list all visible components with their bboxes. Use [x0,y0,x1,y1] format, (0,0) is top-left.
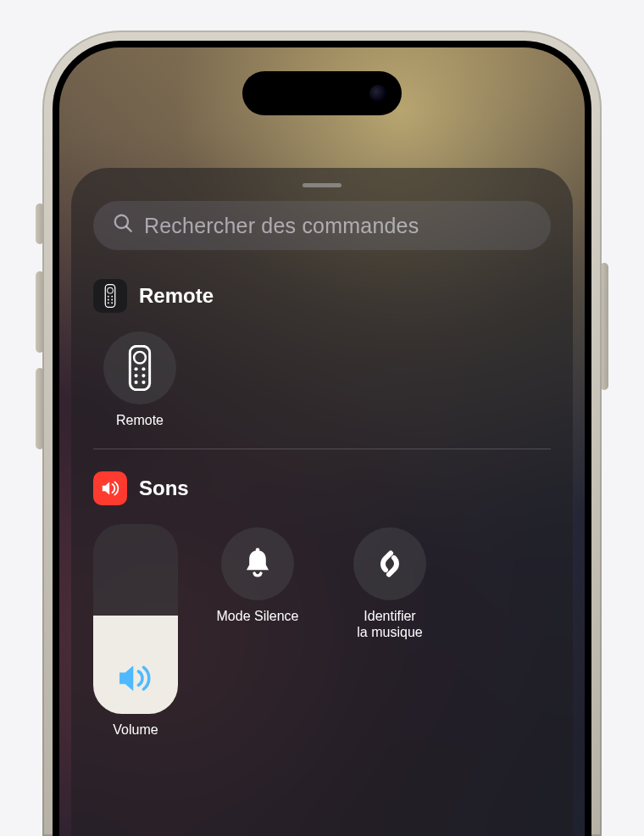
phone-screen: Rechercher des commandes [59,47,585,836]
section-header-sons: Sons [93,471,551,505]
svg-point-5 [111,296,113,298]
control-volume[interactable]: Volume [93,524,178,738]
svg-point-17 [142,381,145,384]
svg-point-9 [111,302,113,304]
dynamic-island [242,71,402,115]
svg-line-1 [126,226,130,231]
control-shazam-label: Identifier la musique [357,609,422,640]
control-remote[interactable]: Remote [93,332,186,428]
search-icon [112,212,134,239]
control-remote-label: Remote [116,413,164,428]
section-header-remote: Remote [93,279,551,313]
search-placeholder: Rechercher des commandes [144,214,532,238]
canvas: Rechercher des commandes [0,0,644,836]
svg-point-12 [134,367,137,371]
phone-bezel: Rechercher des commandes [42,31,602,836]
section-remote: Remote [93,279,551,449]
remote-section-icon [93,279,127,313]
svg-point-6 [108,299,109,301]
search-field[interactable]: Rechercher des commandes [93,201,551,250]
svg-point-3 [108,287,114,293]
control-silence[interactable]: Mode Silence [203,527,312,624]
sheet-grabber[interactable] [303,183,341,187]
svg-point-15 [142,374,145,377]
shazam-icon [353,527,426,600]
svg-point-4 [108,296,109,298]
bell-icon [221,527,294,600]
svg-point-16 [134,381,137,384]
svg-point-8 [108,302,109,304]
svg-point-7 [111,299,113,301]
control-center-customize-sheet[interactable]: Rechercher des commandes [71,168,573,836]
section-title-remote: Remote [139,284,214,308]
volume-icon [116,661,155,699]
control-shazam[interactable]: Identifier la musique [336,527,444,640]
control-volume-label: Volume [113,722,158,738]
volume-slider-fill [93,616,178,714]
sons-section-icon [93,471,127,505]
svg-point-18 [256,549,260,553]
control-silence-label: Mode Silence [217,609,299,624]
section-sons: Sons [93,449,551,758]
volume-slider-track[interactable] [93,524,178,714]
section-title-sons: Sons [139,477,189,500]
svg-point-13 [142,367,145,371]
remote-icon [103,332,176,404]
svg-point-11 [134,352,146,364]
phone-frame: Rechercher des commandes [53,41,591,836]
svg-point-14 [134,374,137,377]
